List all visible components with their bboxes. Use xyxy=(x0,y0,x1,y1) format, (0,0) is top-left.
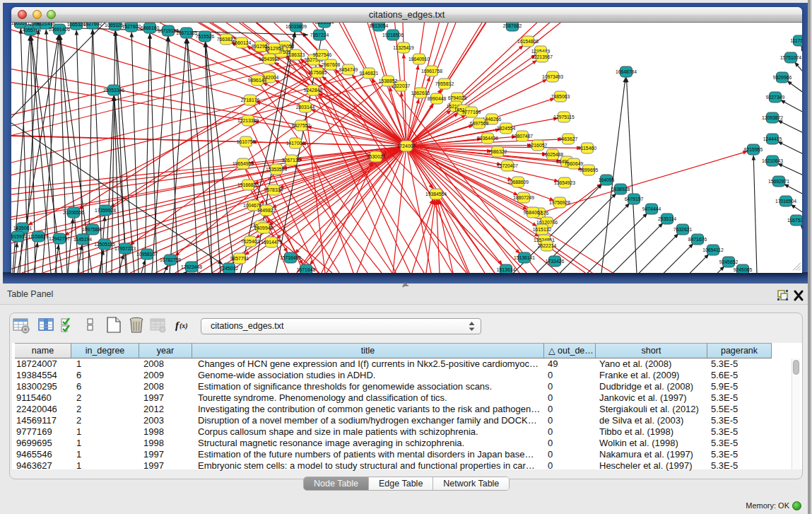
svg-text:20206556: 20206556 xyxy=(63,209,84,214)
svg-text:17016504: 17016504 xyxy=(775,198,796,203)
svg-text:6216057: 6216057 xyxy=(529,142,548,147)
svg-text:1362615: 1362615 xyxy=(411,90,430,95)
svg-text:12942757: 12942757 xyxy=(49,235,70,240)
svg-text:9245652: 9245652 xyxy=(719,259,739,264)
svg-text:9512954: 9512954 xyxy=(265,45,284,50)
svg-text:6479197: 6479197 xyxy=(625,196,644,201)
svg-text:12923448: 12923448 xyxy=(181,264,202,269)
svg-text:6794028: 6794028 xyxy=(448,95,467,100)
svg-text:9474444: 9474444 xyxy=(642,206,661,211)
svg-text:18640910: 18640910 xyxy=(408,56,430,61)
svg-text:11156819: 11156819 xyxy=(28,233,48,238)
svg-text:13654923: 13654923 xyxy=(554,180,575,185)
svg-text:1417006: 1417006 xyxy=(286,140,305,145)
svg-text:16671385: 16671385 xyxy=(176,30,197,35)
svg-text:9896144: 9896144 xyxy=(248,77,267,82)
svg-text:17359928: 17359928 xyxy=(95,207,116,212)
svg-text:3915911: 3915911 xyxy=(11,233,27,238)
svg-text:8813054: 8813054 xyxy=(315,23,334,25)
svg-text:8660124: 8660124 xyxy=(233,40,252,45)
svg-text:10025488: 10025488 xyxy=(542,151,563,156)
svg-text:19384554: 19384554 xyxy=(425,191,447,196)
svg-text:12213389: 12213389 xyxy=(237,117,259,122)
svg-text:19218506: 19218506 xyxy=(382,32,404,37)
svg-text:1527602: 1527602 xyxy=(83,23,102,26)
svg-text:11325419: 11325419 xyxy=(393,45,414,49)
svg-text:16210643: 16210643 xyxy=(762,158,783,163)
svg-text:1513614: 1513614 xyxy=(497,267,516,271)
svg-text:1145194: 1145194 xyxy=(73,236,92,241)
svg-text:10973493: 10973493 xyxy=(542,74,563,78)
svg-text:3267130: 3267130 xyxy=(282,157,301,162)
svg-text:1610755: 1610755 xyxy=(237,139,256,144)
svg-text:7357224: 7357224 xyxy=(310,32,329,37)
svg-text:10688609: 10688609 xyxy=(507,179,529,184)
svg-text:1724007: 1724007 xyxy=(397,143,416,148)
svg-text:1615132: 1615132 xyxy=(533,226,552,231)
svg-text:2718176: 2718176 xyxy=(241,97,260,102)
svg-text:6497568: 6497568 xyxy=(470,120,489,125)
svg-text:9146821: 9146821 xyxy=(360,70,379,75)
svg-text:10975887: 10975887 xyxy=(82,226,103,231)
svg-text:16033809: 16033809 xyxy=(286,23,307,28)
svg-text:20364436: 20364436 xyxy=(477,135,498,140)
svg-text:16961758: 16961758 xyxy=(421,68,442,73)
svg-text:1733426: 1733426 xyxy=(546,258,565,263)
svg-text:3824554: 3824554 xyxy=(497,125,516,130)
svg-text:9857791: 9857791 xyxy=(230,255,249,260)
svg-text:12093872: 12093872 xyxy=(762,115,783,119)
svg-text:10807487: 10807487 xyxy=(512,133,533,138)
svg-text:19756928: 19756928 xyxy=(549,199,570,204)
svg-text:2522214: 2522214 xyxy=(538,243,557,247)
svg-text:15720407: 15720407 xyxy=(497,163,518,168)
svg-text:16782759: 16782759 xyxy=(160,257,181,262)
svg-text:9329966: 9329966 xyxy=(773,74,792,79)
svg-text:9245012: 9245012 xyxy=(220,265,239,270)
svg-text:1527602: 1527602 xyxy=(122,23,141,28)
svg-text:1117534: 1117534 xyxy=(790,37,802,42)
svg-text:9527546: 9527546 xyxy=(313,52,332,57)
svg-text:1244415: 1244415 xyxy=(763,136,782,141)
svg-text:1538852: 1538852 xyxy=(379,78,398,83)
svg-text:8471676: 8471676 xyxy=(688,236,707,241)
svg-text:9115460: 9115460 xyxy=(578,145,596,150)
svg-text:15136141: 15136141 xyxy=(514,255,535,259)
svg-text:10958107: 10958107 xyxy=(136,251,158,256)
svg-text:19166825: 19166825 xyxy=(237,182,259,187)
svg-text:2967608: 2967608 xyxy=(322,62,341,66)
svg-text:1571648: 1571648 xyxy=(297,267,316,271)
svg-text:2803144: 2803144 xyxy=(296,104,315,109)
svg-text:7515526: 7515526 xyxy=(196,33,215,38)
svg-text:9899695: 9899695 xyxy=(579,167,599,172)
svg-text:8427552: 8427552 xyxy=(292,122,311,127)
svg-text:19654955: 19654955 xyxy=(233,160,254,165)
svg-text:1167534: 1167534 xyxy=(787,217,802,222)
svg-text:10654112: 10654112 xyxy=(702,247,724,252)
svg-text:2087682: 2087682 xyxy=(503,23,522,28)
svg-text:12975115: 12975115 xyxy=(553,114,575,119)
svg-text:7632621: 7632621 xyxy=(673,226,693,231)
svg-text:25053346: 25053346 xyxy=(103,87,124,92)
svg-text:1409948: 1409948 xyxy=(254,225,273,230)
svg-text:8215955: 8215955 xyxy=(744,146,763,151)
svg-text:9777169: 9777169 xyxy=(462,109,481,114)
svg-text:16914479: 16914479 xyxy=(261,239,282,244)
svg-text:3175685: 3175685 xyxy=(308,69,327,74)
svg-text:16154808: 16154808 xyxy=(517,38,539,43)
svg-text:9121416: 9121416 xyxy=(37,23,56,26)
svg-text:15751074: 15751074 xyxy=(780,54,801,59)
svg-text:9227349: 9227349 xyxy=(766,94,785,99)
svg-text:15353594: 15353594 xyxy=(266,166,287,171)
svg-text:9684067: 9684067 xyxy=(524,209,543,214)
svg-text:12505115: 12505115 xyxy=(94,241,115,246)
svg-text:15692971: 15692971 xyxy=(768,178,789,183)
svg-text:2935114: 2935114 xyxy=(658,216,676,221)
svg-text:1530027: 1530027 xyxy=(367,153,386,158)
svg-text:9245065: 9245065 xyxy=(734,267,753,271)
svg-text:7625402: 7625402 xyxy=(241,238,260,243)
svg-text:6466160: 6466160 xyxy=(141,25,160,30)
svg-text:(x): (x) xyxy=(180,322,188,330)
svg-text:9463627: 9463627 xyxy=(559,136,578,141)
svg-text:9242848: 9242848 xyxy=(304,87,323,92)
svg-text:7485063: 7485063 xyxy=(551,93,570,98)
